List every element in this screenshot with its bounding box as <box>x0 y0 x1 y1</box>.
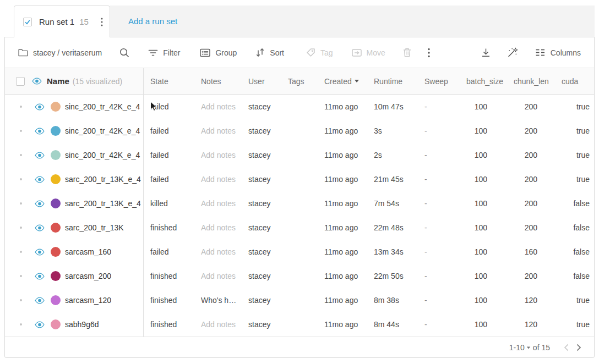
columns-button[interactable]: Columns <box>535 48 581 57</box>
export-button[interactable] <box>481 48 491 57</box>
run-set-menu-kebab-icon[interactable] <box>101 18 103 26</box>
table-row: sarcasm_120 finished Who's h… stacey 11m… <box>5 288 594 312</box>
run-name-link[interactable]: sarc_200_tr_13K <box>65 223 143 232</box>
batch-size-column-header[interactable]: batch_size <box>464 77 514 86</box>
notes-cell[interactable]: Add notes <box>197 151 245 159</box>
more-actions-kebab-icon[interactable] <box>428 48 430 58</box>
sort-button[interactable]: Sort <box>255 48 284 57</box>
drag-handle-dot[interactable] <box>20 202 22 205</box>
run-name-link[interactable]: sinc_200_tr_42K_e_4 <box>65 151 143 159</box>
sweep-cell: - <box>416 223 464 232</box>
visibility-eye-icon[interactable] <box>34 151 45 159</box>
notes-cell[interactable]: Add notes <box>197 199 245 208</box>
auto-visualize-button[interactable] <box>507 47 519 58</box>
run-name-link[interactable]: sarcasm_120 <box>65 296 143 305</box>
drag-handle-dot[interactable] <box>20 251 22 253</box>
drag-handle-dot[interactable] <box>20 227 22 229</box>
created-cell: 11mo ago <box>315 247 365 256</box>
notes-cell[interactable]: Add notes <box>197 272 245 280</box>
visibility-eye-icon[interactable] <box>34 175 45 184</box>
state-column-header[interactable]: State <box>144 77 197 86</box>
run-name-link[interactable]: sarc_200_tr_13K_e_4 <box>65 175 143 184</box>
drag-handle-dot[interactable] <box>20 323 22 326</box>
notes-cell[interactable]: Add notes <box>197 320 245 329</box>
visibility-eye-icon[interactable] <box>34 321 45 329</box>
created-cell: 11mo ago <box>315 151 365 159</box>
runtime-column-header[interactable]: Runtime <box>365 77 416 86</box>
created-cell: 11mo ago <box>315 223 365 232</box>
move-button[interactable]: Move <box>352 48 385 57</box>
run-color-dot[interactable] <box>51 150 61 160</box>
drag-handle-dot[interactable] <box>20 106 22 108</box>
table-body: sinc_200_tr_42K_e_4 failed Add notes sta… <box>5 95 594 337</box>
run-color-dot[interactable] <box>51 174 61 184</box>
name-column-header[interactable]: Name <box>47 76 69 86</box>
notes-cell[interactable]: Who's h… <box>197 296 245 305</box>
run-color-dot[interactable] <box>51 295 61 305</box>
next-page-button[interactable] <box>573 344 585 351</box>
cuda-column-header[interactable]: cuda <box>560 77 595 86</box>
run-name-link[interactable]: sarcasm_200 <box>65 272 143 280</box>
sweep-cell: - <box>416 151 464 159</box>
chunk-len-cell: 160 <box>514 247 560 256</box>
run-color-dot[interactable] <box>51 223 61 233</box>
notes-cell[interactable]: Add notes <box>197 102 245 111</box>
notes-cell[interactable]: Add notes <box>197 126 245 135</box>
run-color-dot[interactable] <box>51 247 61 257</box>
project-breadcrumb[interactable]: stacey / veritaserum <box>18 48 102 57</box>
drag-handle-dot[interactable] <box>20 299 22 301</box>
delete-button[interactable] <box>403 48 411 57</box>
visibility-eye-icon[interactable] <box>34 103 45 111</box>
notes-cell[interactable]: Add notes <box>197 175 245 184</box>
filter-button[interactable]: Filter <box>148 48 180 57</box>
run-color-dot[interactable] <box>51 271 61 281</box>
drag-handle-dot[interactable] <box>20 275 22 277</box>
previous-page-button[interactable] <box>560 344 573 351</box>
run-set-checkbox[interactable] <box>23 18 32 26</box>
project-path-label: stacey / veritaserum <box>33 48 102 57</box>
run-color-dot[interactable] <box>51 102 61 112</box>
visibility-eye-icon[interactable] <box>31 77 42 85</box>
user-column-header[interactable]: User <box>245 77 281 86</box>
visibility-eye-icon[interactable] <box>34 272 45 280</box>
visibility-eye-icon[interactable] <box>34 248 45 256</box>
tag-button[interactable]: Tag <box>306 48 333 57</box>
cuda-cell: false <box>560 223 595 232</box>
drag-handle-dot[interactable] <box>20 154 22 156</box>
tags-column-header[interactable]: Tags <box>281 77 315 86</box>
run-name-link[interactable]: sinc_200_tr_42K_e_4 <box>65 102 143 111</box>
notes-column-header[interactable]: Notes <box>197 77 245 86</box>
page-range-dropdown[interactable]: 1-10 <box>509 343 533 352</box>
runtime-cell: 13m 34s <box>365 247 416 256</box>
runtime-cell: 7m 54s <box>365 199 416 208</box>
run-name-link[interactable]: sarcasm_160 <box>65 247 143 256</box>
state-cell: finished <box>144 320 197 329</box>
run-color-dot[interactable] <box>51 198 61 208</box>
folder-icon <box>18 48 28 57</box>
chunk-len-column-header[interactable]: chunk_len <box>514 77 560 86</box>
select-all-checkbox[interactable] <box>16 77 25 86</box>
move-icon <box>352 48 362 57</box>
run-color-dot[interactable] <box>51 319 61 329</box>
state-cell: failed <box>144 247 197 256</box>
run-name-link[interactable]: sinc_200_tr_42K_e_4 <box>65 126 143 135</box>
notes-cell[interactable]: Add notes <box>197 223 245 232</box>
run-name-link[interactable]: sarc_200_tr_13K_e_4 <box>65 199 143 208</box>
tab-bar-rest: Add a run set <box>110 5 595 37</box>
batch-size-cell: 100 <box>464 175 514 184</box>
sweep-column-header[interactable]: Sweep <box>416 77 464 86</box>
visibility-eye-icon[interactable] <box>34 127 45 135</box>
run-name-link[interactable]: sabh9g6d <box>65 320 143 329</box>
search-button[interactable] <box>119 48 129 58</box>
drag-handle-dot[interactable] <box>20 178 22 180</box>
group-button[interactable]: Group <box>200 48 237 57</box>
created-column-header[interactable]: Created <box>315 77 365 86</box>
drag-handle-dot[interactable] <box>20 130 22 132</box>
notes-cell[interactable]: Add notes <box>197 247 245 256</box>
run-color-dot[interactable] <box>51 126 61 136</box>
visibility-eye-icon[interactable] <box>34 200 45 208</box>
add-run-set-link[interactable]: Add a run set <box>128 16 177 26</box>
visibility-eye-icon[interactable] <box>34 296 45 305</box>
tab-run-set-1[interactable]: Run set 1 15 <box>14 5 110 37</box>
visibility-eye-icon[interactable] <box>34 224 45 232</box>
